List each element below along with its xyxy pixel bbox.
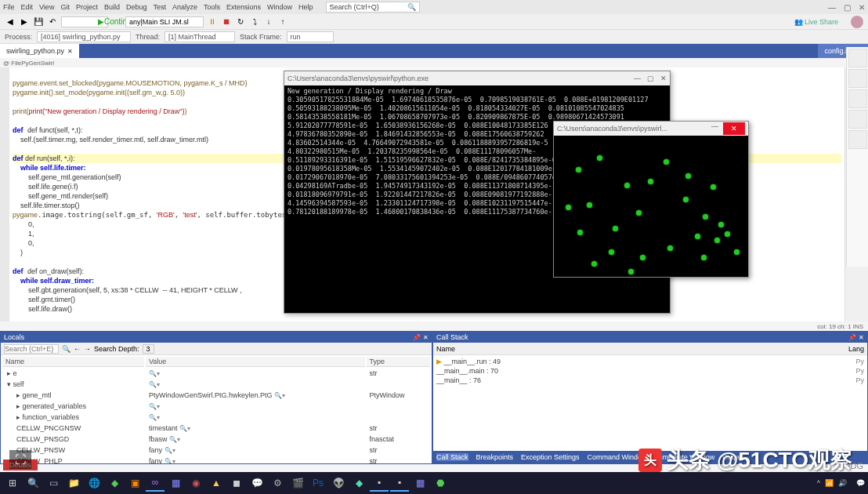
stack-frame[interactable]: __main__ : 76Py: [436, 376, 864, 385]
menu-window[interactable]: Window: [267, 3, 292, 11]
pause-icon[interactable]: ⏸: [207, 16, 218, 27]
explorer-icon[interactable]: 📁: [64, 474, 83, 492]
tab-close-icon[interactable]: ✕: [67, 48, 73, 55]
vs-icon[interactable]: ∞: [146, 474, 165, 492]
panel-tab[interactable]: Exception Settings: [521, 453, 580, 461]
search-icon[interactable]: 🔍: [62, 345, 71, 353]
panel-close-icon[interactable]: ✕: [423, 334, 429, 341]
window-close[interactable]: ✕: [723, 122, 745, 135]
taskbar-app[interactable]: ⬣: [431, 474, 450, 492]
panel-pin-icon[interactable]: 📌: [413, 334, 421, 341]
toolbox-item[interactable]: [848, 130, 867, 149]
window-close[interactable]: ✕: [660, 74, 667, 82]
locals-row[interactable]: CELLW_PNCGNSWtimestant 🔍▾str: [2, 423, 430, 433]
menu-test[interactable]: Test: [153, 3, 166, 11]
step-over-icon[interactable]: ⤵: [249, 16, 260, 27]
stack-frame[interactable]: ▶ __main__.run : 49Py: [436, 357, 864, 366]
locals-row[interactable]: ▸ e 🔍▾str: [2, 369, 430, 378]
nav-fwd-icon[interactable]: ▶: [19, 16, 30, 27]
toolbox-item[interactable]: [848, 110, 867, 129]
pygame-titlebar[interactable]: C:\Users\anaconda3\envs\pyswirl... —✕: [554, 122, 748, 136]
locals-row[interactable]: CELLW_PHLPfany 🔍▾str: [2, 456, 430, 463]
locals-row[interactable]: CELLW_PNSWfany 🔍▾str: [2, 445, 430, 455]
locals-row[interactable]: CELLW_PNSGDfbasw 🔍▾fnasctat: [2, 434, 430, 444]
locals-row[interactable]: ▸ generated_variables 🔍▾: [2, 401, 430, 411]
taskbar-app[interactable]: ▲: [207, 474, 226, 492]
menu-help[interactable]: Help: [298, 3, 313, 11]
menu-file[interactable]: File: [3, 3, 15, 11]
toolbox-item[interactable]: [848, 69, 867, 88]
console-titlebar[interactable]: C:\Users\anaconda3\envs\pyswirl\python.e…: [284, 71, 670, 85]
process-combo[interactable]: [4016] swirling_python.py: [37, 31, 131, 42]
tray-volume-icon[interactable]: 🔊: [838, 479, 847, 487]
stop-icon[interactable]: ⏹: [221, 16, 232, 27]
col-name[interactable]: Name: [2, 357, 144, 367]
taskbar-app[interactable]: ◉: [186, 474, 205, 492]
system-tray[interactable]: ^ 📶 🔊 💬: [817, 479, 865, 487]
undo-icon[interactable]: ↶: [47, 16, 58, 27]
nav-back-icon[interactable]: ◀: [5, 16, 16, 27]
target-combo[interactable]: any|Main SLI JM.sl: [125, 16, 204, 27]
menu-extensions[interactable]: Extensions: [226, 3, 261, 11]
locals-body[interactable]: Name Value Type ▸ e 🔍▾str▾ self 🔍▾▸ gene…: [1, 355, 432, 463]
panel-tab[interactable]: Call Stack: [436, 453, 468, 461]
menu-analyze[interactable]: Analyze: [172, 3, 197, 11]
window-minimize[interactable]: —: [634, 74, 641, 82]
taskbar-app[interactable]: ▣: [125, 474, 144, 492]
taskbar-app[interactable]: 👽: [329, 474, 348, 492]
taskbar-app[interactable]: 🎬: [288, 474, 307, 492]
taskbar-app[interactable]: ▦: [410, 474, 429, 492]
breadcrumb[interactable]: @ FilePyGenSwirl: [0, 58, 868, 67]
taskbar-app[interactable]: ▦: [166, 474, 185, 492]
panel-close-icon[interactable]: ✕: [859, 334, 864, 341]
start-button[interactable]: ⊞: [3, 474, 22, 492]
menu-tools[interactable]: Tools: [204, 3, 220, 11]
col-type[interactable]: Type: [367, 357, 430, 367]
edge-icon[interactable]: 🌐: [85, 474, 103, 492]
tab-swirling-python[interactable]: swirling_python.py ✕: [0, 44, 79, 58]
profile-avatar[interactable]: [851, 16, 863, 28]
depth-value[interactable]: 3: [143, 344, 154, 354]
window-maximize[interactable]: ▢: [647, 74, 654, 82]
notification-icon[interactable]: 💬: [856, 479, 865, 487]
callstack-body[interactable]: ▶ __main__.run : 49Py __main__.main : 70…: [433, 355, 867, 451]
tray-chevron-icon[interactable]: ^: [817, 479, 820, 487]
taskbar-app[interactable]: ⚙: [268, 474, 287, 492]
locals-row[interactable]: ▾ self 🔍▾: [2, 380, 430, 389]
toolbox-item[interactable]: [848, 89, 867, 108]
python-window-icon[interactable]: ▪: [370, 474, 389, 492]
python-window-icon[interactable]: ▪: [390, 474, 409, 492]
toolbox-item[interactable]: [848, 49, 867, 67]
restart-icon[interactable]: ↻: [235, 16, 246, 27]
taskbar-app[interactable]: ◆: [105, 474, 124, 492]
taskbar-search-icon[interactable]: 🔍: [24, 474, 42, 492]
col-value[interactable]: Value: [146, 357, 365, 367]
stackframe-combo[interactable]: run: [287, 31, 334, 42]
menu-build[interactable]: Build: [104, 3, 120, 11]
pygame-canvas[interactable]: [554, 136, 748, 277]
task-view-icon[interactable]: ▭: [44, 474, 63, 492]
locals-row[interactable]: ▸ gene_mtlPtyWindowGenSwirl.PtG.hwkeylen…: [2, 390, 430, 400]
taskbar-app[interactable]: ◼: [227, 474, 246, 492]
menu-view[interactable]: View: [39, 3, 54, 11]
taskbar-app[interactable]: ◆: [349, 474, 368, 492]
locals-search[interactable]: [4, 344, 59, 354]
live-share[interactable]: 👥 Live Share: [794, 18, 838, 26]
window-maximize[interactable]: ▢: [844, 3, 851, 12]
locals-header[interactable]: Locals 📌✕: [1, 332, 432, 343]
global-search[interactable]: Search (Ctrl+Q) 🔍: [326, 2, 420, 13]
thread-combo[interactable]: [1] MainThread: [165, 31, 235, 42]
menu-git[interactable]: Git: [60, 3, 70, 11]
menu-edit[interactable]: Edit: [21, 3, 34, 11]
locals-row[interactable]: ▸ function_variables 🔍▾: [2, 412, 430, 422]
save-icon[interactable]: 💾: [33, 16, 44, 27]
stack-frame[interactable]: __main__.main : 70Py: [436, 366, 864, 376]
window-minimize[interactable]: —: [707, 122, 723, 135]
menu-debug[interactable]: Debug: [126, 3, 147, 11]
window-minimize[interactable]: —: [828, 3, 836, 12]
window-close[interactable]: ✕: [859, 3, 865, 12]
menu-project[interactable]: Project: [76, 3, 98, 11]
panel-tab[interactable]: Breakpoints: [476, 453, 514, 461]
pygame-window[interactable]: C:\Users\anaconda3\envs\pyswirl... —✕: [553, 121, 749, 278]
fullscreen-icon[interactable]: ⛶: [9, 450, 31, 469]
